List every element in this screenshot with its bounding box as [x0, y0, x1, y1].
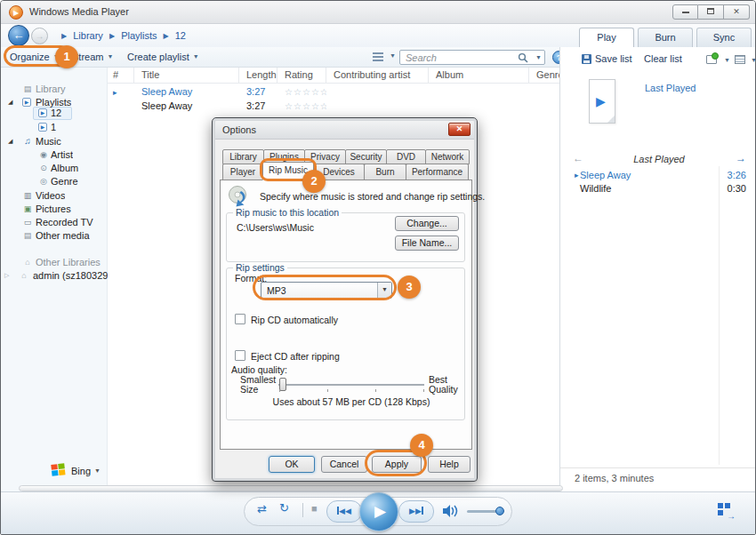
sidebar-item-recorded-tv[interactable]: Recorded TV [1, 216, 108, 229]
forward-button[interactable]: → [31, 28, 48, 44]
search-icon[interactable] [518, 52, 528, 63]
back-button[interactable]: ← [8, 25, 29, 46]
sidebar-item-playlist-1[interactable]: 1 [1, 121, 108, 134]
switch-to-now-playing-button[interactable]: → [718, 503, 737, 519]
help-button[interactable]: Help [428, 456, 470, 473]
close-button[interactable]: ✕ [724, 4, 750, 20]
wmp-window: ▶ Windows Media Player ✕ ← → ▶ Library ▶… [0, 0, 756, 535]
table-header: # Title Length Rating Contributing artis… [108, 68, 559, 84]
sidebar-item-admin-library[interactable]: ▷ admin (sz18032905cl [1, 269, 108, 283]
slider-tick [375, 389, 376, 392]
maximize-button[interactable] [698, 4, 724, 20]
horizontal-scrollbar[interactable] [19, 485, 563, 491]
album-art-placeholder[interactable] [589, 79, 615, 124]
sidebar-item-library[interactable]: Library [1, 83, 108, 96]
dialog-tab-network[interactable]: Network [425, 149, 470, 164]
change-button[interactable]: Change... [395, 216, 459, 231]
rip-settings-legend: Rip settings [233, 262, 287, 273]
play-button[interactable]: ▶ [359, 492, 398, 531]
other-libraries-icon [22, 257, 33, 268]
dialog-tab-burn[interactable]: Burn [364, 164, 406, 180]
sidebar-item-music[interactable]: ◢ Music [1, 135, 108, 148]
user-library-icon [19, 270, 29, 281]
search-options-dropdown[interactable]: ▼ [532, 54, 542, 60]
list-options-icon[interactable] [735, 55, 745, 64]
minimize-button[interactable] [672, 4, 698, 20]
dialog-tab-library[interactable]: Library [222, 149, 264, 164]
breadcrumb-library[interactable]: Library [73, 30, 103, 41]
chevron-down-icon[interactable]: ▼ [747, 57, 756, 63]
ok-button[interactable]: OK [269, 456, 315, 473]
song-length: 3:27 [239, 100, 277, 114]
next-button[interactable]: ▶▶ [398, 500, 434, 523]
shuffle-button[interactable]: ⇄ [257, 502, 267, 515]
callout-badge-step1: 1 [55, 45, 78, 68]
expander-expanded-icon[interactable]: ◢ [8, 99, 12, 106]
close-icon: ✕ [733, 7, 740, 16]
recorded-tv-icon [22, 217, 33, 228]
expander-collapsed-icon[interactable]: ▷ [4, 272, 9, 279]
play-to-icon[interactable] [706, 55, 717, 64]
column-header-contributing-artist[interactable]: Contributing artist [326, 68, 429, 83]
volume-slider-thumb[interactable] [495, 507, 504, 515]
sidebar-item-artist[interactable]: Artist [1, 148, 108, 162]
dialog-tab-performance[interactable]: Performance [406, 164, 469, 180]
column-header-album[interactable]: Album [429, 68, 529, 83]
genre-icon [38, 176, 49, 187]
dialog-tab-player[interactable]: Player [222, 164, 263, 180]
column-header-title[interactable]: Title [134, 68, 239, 83]
other-media-icon [22, 230, 33, 241]
create-playlist-button[interactable]: Create playlist▼ [127, 52, 199, 62]
song-length: 3:27 [239, 85, 277, 100]
smallest-size-label: Smallest Size [240, 375, 279, 395]
previous-button[interactable]: ◀◀ [326, 500, 362, 523]
clear-list-button[interactable]: Clear list [644, 53, 682, 64]
sidebar-item-playlist-12[interactable]: 12 [1, 107, 108, 120]
save-list-button[interactable]: Save list [595, 53, 632, 64]
column-header-number[interactable]: # [108, 68, 134, 83]
tab-sync[interactable]: Sync [696, 28, 752, 47]
expander-expanded-icon[interactable]: ◢ [8, 138, 12, 145]
rip-cd-icon [228, 185, 252, 209]
sidebar-item-other-media[interactable]: Other media [1, 229, 108, 243]
column-header-genre[interactable]: Genre [529, 68, 559, 83]
tab-burn[interactable]: Burn [638, 28, 693, 47]
mute-button[interactable] [443, 504, 461, 518]
dialog-tab-security[interactable]: Security [345, 149, 387, 164]
callout-ring-step3 [253, 275, 397, 300]
cancel-button[interactable]: Cancel [321, 456, 367, 473]
table-row[interactable]: ▸ Sleep Away 3:27 ☆☆☆☆☆ [108, 85, 559, 100]
sidebar-item-other-libraries[interactable]: Other Libraries [1, 256, 108, 269]
rating-stars[interactable]: ☆☆☆☆☆ [277, 85, 326, 100]
table-row[interactable]: Sleep Away 3:27 ☆☆☆☆☆ [108, 100, 559, 114]
search-input[interactable] [404, 52, 518, 63]
repeat-button[interactable]: ↻ [279, 501, 289, 515]
eject-cd-checkbox[interactable] [235, 350, 245, 361]
audio-quality-slider-thumb[interactable] [279, 378, 286, 391]
audio-quality-slider-track[interactable] [278, 384, 424, 386]
sidebar-item-album[interactable]: Album [1, 162, 108, 175]
file-name-button[interactable]: File Name... [395, 236, 459, 251]
stop-button[interactable]: ■ [311, 503, 318, 514]
dialog-tab-dvd[interactable]: DVD [386, 149, 426, 164]
sidebar-item-pictures[interactable]: Pictures [1, 203, 108, 216]
search-box: ▼ [399, 50, 545, 65]
view-options-icon[interactable] [373, 52, 383, 61]
breadcrumb-12[interactable]: 12 [175, 30, 186, 41]
rip-cd-automatically-checkbox[interactable] [235, 314, 245, 324]
chevron-down-icon[interactable]: ▼ [720, 57, 730, 63]
breadcrumb-playlists[interactable]: Playlists [121, 30, 157, 41]
minimize-icon [682, 12, 689, 13]
dialog-close-button[interactable]: ✕ [448, 123, 470, 136]
bing-button[interactable]: Bing▼ [71, 466, 101, 476]
sidebar-item-genre[interactable]: Genre [1, 175, 108, 188]
view-options-dropdown[interactable]: ▼ [386, 51, 396, 61]
tab-play[interactable]: Play [579, 28, 634, 48]
next-list-arrow-icon[interactable]: → [736, 152, 746, 164]
column-header-rating[interactable]: Rating [277, 68, 326, 83]
column-header-length[interactable]: Length [239, 68, 277, 83]
eject-cd-label: Eject CD after ripping [251, 351, 340, 362]
rating-stars[interactable]: ☆☆☆☆☆ [277, 100, 326, 114]
maximize-icon [707, 8, 714, 14]
sidebar-item-videos[interactable]: Videos [1, 189, 108, 203]
